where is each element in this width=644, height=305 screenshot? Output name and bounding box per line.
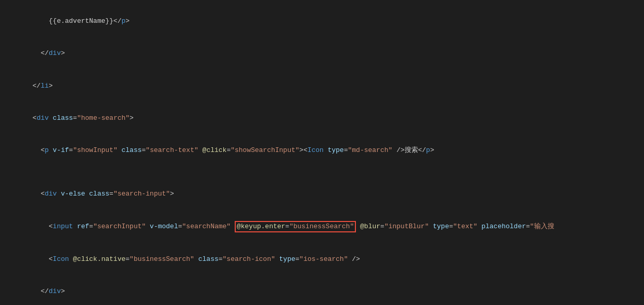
- code-line-4: <div class="home-search">: [8, 102, 636, 134]
- code-line-10: </div>: [8, 275, 636, 305]
- code-line-2: </div>: [8, 37, 636, 70]
- code-line-1: {{e.advertName}}</p>: [8, 5, 636, 37]
- code-line-3: </li>: [8, 70, 636, 102]
- code-line-5: <p v-if="showInput" class="search-text" …: [8, 135, 636, 167]
- code-block-top: {{e.advertName}}</p> </div> </li> <div c…: [0, 0, 644, 305]
- code-line-6: [8, 167, 636, 178]
- code-line-7: <div v-else class="search-input">: [8, 178, 636, 210]
- page-wrapper: {{e.advertName}}</p> </div> </li> <div c…: [0, 0, 644, 305]
- code-line-9: <Icon @click.native="businessSearch" cla…: [8, 243, 636, 275]
- code-line-8: <input ref="searchInput" v-model="search…: [8, 210, 636, 243]
